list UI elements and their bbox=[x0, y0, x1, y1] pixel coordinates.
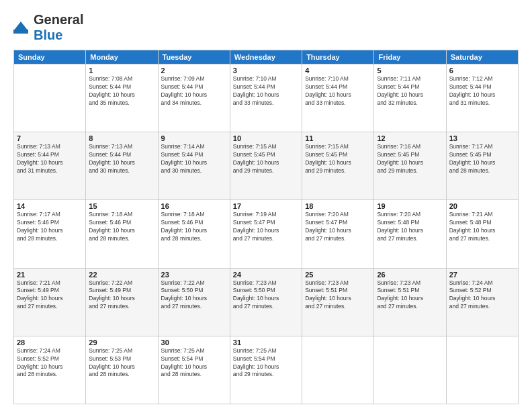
day-info: Sunrise: 7:25 AM Sunset: 5:54 PM Dayligh… bbox=[233, 347, 299, 379]
logo: General Blue bbox=[13, 12, 83, 43]
col-header-saturday: Saturday bbox=[446, 50, 518, 64]
day-cell: 11Sunrise: 7:15 AM Sunset: 5:45 PM Dayli… bbox=[302, 132, 374, 200]
day-info: Sunrise: 7:21 AM Sunset: 5:49 PM Dayligh… bbox=[17, 279, 83, 312]
day-cell: 28Sunrise: 7:24 AM Sunset: 5:52 PM Dayli… bbox=[14, 336, 86, 404]
day-info: Sunrise: 7:19 AM Sunset: 5:47 PM Dayligh… bbox=[233, 211, 299, 243]
day-cell: 31Sunrise: 7:25 AM Sunset: 5:54 PM Dayli… bbox=[230, 336, 302, 404]
day-number: 18 bbox=[305, 202, 371, 210]
day-cell: 10Sunrise: 7:15 AM Sunset: 5:45 PM Dayli… bbox=[230, 132, 302, 200]
day-number: 15 bbox=[89, 202, 154, 210]
day-cell bbox=[14, 64, 86, 132]
day-number: 2 bbox=[161, 66, 227, 75]
day-info: Sunrise: 7:22 AM Sunset: 5:50 PM Dayligh… bbox=[161, 279, 227, 312]
day-info: Sunrise: 7:23 AM Sunset: 5:51 PM Dayligh… bbox=[377, 279, 443, 312]
day-cell: 30Sunrise: 7:25 AM Sunset: 5:54 PM Dayli… bbox=[158, 336, 230, 404]
day-cell: 13Sunrise: 7:17 AM Sunset: 5:45 PM Dayli… bbox=[446, 132, 518, 200]
day-cell: 29Sunrise: 7:25 AM Sunset: 5:53 PM Dayli… bbox=[86, 336, 158, 404]
day-info: Sunrise: 7:23 AM Sunset: 5:50 PM Dayligh… bbox=[233, 279, 299, 312]
col-header-friday: Friday bbox=[374, 50, 446, 64]
day-cell: 23Sunrise: 7:22 AM Sunset: 5:50 PM Dayli… bbox=[158, 268, 230, 336]
day-info: Sunrise: 7:24 AM Sunset: 5:52 PM Dayligh… bbox=[17, 347, 83, 379]
day-cell: 14Sunrise: 7:17 AM Sunset: 5:46 PM Dayli… bbox=[14, 200, 86, 268]
day-cell: 27Sunrise: 7:24 AM Sunset: 5:52 PM Dayli… bbox=[446, 268, 518, 336]
day-number: 25 bbox=[305, 271, 371, 279]
week-row-4: 28Sunrise: 7:24 AM Sunset: 5:52 PM Dayli… bbox=[14, 336, 519, 404]
day-cell: 7Sunrise: 7:13 AM Sunset: 5:44 PM Daylig… bbox=[14, 132, 86, 200]
day-info: Sunrise: 7:15 AM Sunset: 5:45 PM Dayligh… bbox=[233, 143, 299, 175]
day-number: 24 bbox=[233, 271, 299, 279]
day-info: Sunrise: 7:21 AM Sunset: 5:48 PM Dayligh… bbox=[449, 211, 515, 243]
day-info: Sunrise: 7:12 AM Sunset: 5:44 PM Dayligh… bbox=[449, 75, 515, 107]
day-number: 1 bbox=[89, 66, 154, 75]
day-cell: 16Sunrise: 7:18 AM Sunset: 5:46 PM Dayli… bbox=[158, 200, 230, 268]
day-number: 16 bbox=[161, 202, 227, 210]
day-number: 30 bbox=[161, 338, 227, 347]
day-cell: 4Sunrise: 7:10 AM Sunset: 5:44 PM Daylig… bbox=[302, 64, 374, 132]
week-row-1: 7Sunrise: 7:13 AM Sunset: 5:44 PM Daylig… bbox=[14, 132, 519, 200]
day-info: Sunrise: 7:23 AM Sunset: 5:51 PM Dayligh… bbox=[305, 279, 371, 312]
day-info: Sunrise: 7:18 AM Sunset: 5:46 PM Dayligh… bbox=[89, 211, 154, 243]
day-cell bbox=[446, 336, 518, 404]
day-number: 13 bbox=[449, 134, 515, 142]
day-info: Sunrise: 7:20 AM Sunset: 5:47 PM Dayligh… bbox=[305, 211, 371, 243]
day-cell: 5Sunrise: 7:11 AM Sunset: 5:44 PM Daylig… bbox=[374, 64, 446, 132]
day-info: Sunrise: 7:17 AM Sunset: 5:46 PM Dayligh… bbox=[17, 211, 83, 243]
header: General Blue bbox=[13, 12, 519, 43]
day-info: Sunrise: 7:13 AM Sunset: 5:44 PM Dayligh… bbox=[17, 143, 83, 175]
day-cell: 20Sunrise: 7:21 AM Sunset: 5:48 PM Dayli… bbox=[446, 200, 518, 268]
day-number: 20 bbox=[449, 202, 515, 210]
day-cell: 15Sunrise: 7:18 AM Sunset: 5:46 PM Dayli… bbox=[86, 200, 158, 268]
day-number: 12 bbox=[377, 134, 443, 142]
day-info: Sunrise: 7:25 AM Sunset: 5:53 PM Dayligh… bbox=[89, 347, 154, 379]
day-cell bbox=[302, 336, 374, 404]
day-number: 28 bbox=[17, 338, 83, 347]
day-number: 9 bbox=[161, 134, 227, 142]
day-cell: 25Sunrise: 7:23 AM Sunset: 5:51 PM Dayli… bbox=[302, 268, 374, 336]
day-number: 4 bbox=[305, 66, 371, 75]
day-cell: 18Sunrise: 7:20 AM Sunset: 5:47 PM Dayli… bbox=[302, 200, 374, 268]
day-cell bbox=[374, 336, 446, 404]
col-header-wednesday: Wednesday bbox=[230, 50, 302, 64]
col-header-monday: Monday bbox=[86, 50, 158, 64]
day-info: Sunrise: 7:08 AM Sunset: 5:44 PM Dayligh… bbox=[89, 75, 154, 107]
day-number: 23 bbox=[161, 271, 227, 279]
day-cell: 2Sunrise: 7:09 AM Sunset: 5:44 PM Daylig… bbox=[158, 64, 230, 132]
day-info: Sunrise: 7:18 AM Sunset: 5:46 PM Dayligh… bbox=[161, 211, 227, 243]
day-number: 8 bbox=[89, 134, 154, 142]
day-number: 26 bbox=[377, 271, 443, 279]
day-info: Sunrise: 7:15 AM Sunset: 5:45 PM Dayligh… bbox=[305, 143, 371, 175]
day-cell: 22Sunrise: 7:22 AM Sunset: 5:49 PM Dayli… bbox=[86, 268, 158, 336]
col-header-tuesday: Tuesday bbox=[158, 50, 230, 64]
week-row-0: 1Sunrise: 7:08 AM Sunset: 5:44 PM Daylig… bbox=[14, 64, 519, 132]
day-number: 29 bbox=[89, 338, 154, 347]
day-info: Sunrise: 7:20 AM Sunset: 5:48 PM Dayligh… bbox=[377, 211, 443, 243]
day-cell: 26Sunrise: 7:23 AM Sunset: 5:51 PM Dayli… bbox=[374, 268, 446, 336]
day-cell: 9Sunrise: 7:14 AM Sunset: 5:44 PM Daylig… bbox=[158, 132, 230, 200]
day-number: 22 bbox=[89, 271, 154, 279]
day-cell: 3Sunrise: 7:10 AM Sunset: 5:44 PM Daylig… bbox=[230, 64, 302, 132]
day-number: 27 bbox=[449, 271, 515, 279]
day-cell: 24Sunrise: 7:23 AM Sunset: 5:50 PM Dayli… bbox=[230, 268, 302, 336]
day-cell: 17Sunrise: 7:19 AM Sunset: 5:47 PM Dayli… bbox=[230, 200, 302, 268]
day-number: 7 bbox=[17, 134, 83, 142]
day-cell: 12Sunrise: 7:16 AM Sunset: 5:45 PM Dayli… bbox=[374, 132, 446, 200]
col-header-thursday: Thursday bbox=[302, 50, 374, 64]
col-header-sunday: Sunday bbox=[14, 50, 86, 64]
day-info: Sunrise: 7:11 AM Sunset: 5:44 PM Dayligh… bbox=[377, 75, 443, 107]
day-number: 14 bbox=[17, 202, 83, 210]
day-info: Sunrise: 7:16 AM Sunset: 5:45 PM Dayligh… bbox=[377, 143, 443, 175]
day-number: 31 bbox=[233, 338, 299, 347]
page: General Blue SundayMondayTuesdayWednesda… bbox=[0, 0, 532, 411]
day-number: 21 bbox=[17, 271, 83, 279]
logo-blue: Blue bbox=[34, 28, 62, 42]
day-number: 5 bbox=[377, 66, 443, 75]
week-row-3: 21Sunrise: 7:21 AM Sunset: 5:49 PM Dayli… bbox=[14, 268, 519, 336]
week-row-2: 14Sunrise: 7:17 AM Sunset: 5:46 PM Dayli… bbox=[14, 200, 519, 268]
day-info: Sunrise: 7:25 AM Sunset: 5:54 PM Dayligh… bbox=[161, 347, 227, 379]
day-number: 10 bbox=[233, 134, 299, 142]
logo-general: General bbox=[34, 12, 83, 27]
day-cell: 21Sunrise: 7:21 AM Sunset: 5:49 PM Dayli… bbox=[14, 268, 86, 336]
day-info: Sunrise: 7:17 AM Sunset: 5:45 PM Dayligh… bbox=[449, 143, 515, 175]
day-number: 17 bbox=[233, 202, 299, 210]
day-cell: 19Sunrise: 7:20 AM Sunset: 5:48 PM Dayli… bbox=[374, 200, 446, 268]
